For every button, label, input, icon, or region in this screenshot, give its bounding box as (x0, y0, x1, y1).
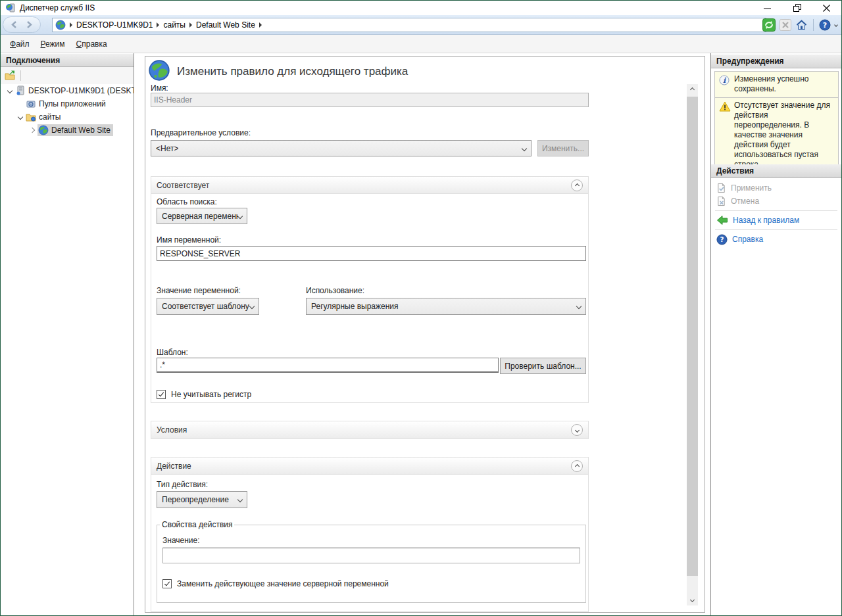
pattern-input[interactable] (157, 358, 499, 373)
expand-collapse-icon[interactable] (5, 89, 15, 93)
scope-value: Серверная переменн (162, 212, 238, 221)
minimize-button[interactable] (753, 1, 782, 15)
apply-button: Применить (711, 181, 841, 195)
cancel-label: Отмена (731, 197, 759, 206)
apply-label: Применить (731, 183, 772, 193)
breadcrumb-arrow-icon[interactable] (70, 22, 72, 28)
action-properties-legend: Свойства действия (160, 520, 234, 529)
help-icon[interactable]: ? (819, 19, 831, 31)
action-type-value: Переопределение (162, 495, 229, 504)
menu-view[interactable]: Режим (41, 39, 65, 49)
scroll-up-button[interactable] (687, 84, 698, 95)
breadcrumb-default-web-site[interactable]: Default Web Site (193, 20, 258, 30)
create-connection-icon[interactable] (5, 70, 15, 81)
match-section-header[interactable]: Соответствует (151, 177, 588, 194)
globe-icon (148, 59, 170, 82)
refresh-icon[interactable] (762, 18, 776, 32)
close-button[interactable] (812, 1, 841, 15)
precondition-select[interactable]: <Нет> (151, 140, 532, 156)
action-section: Действие Тип действия: Переопределение С… (151, 457, 589, 612)
actions-separator (715, 229, 837, 230)
expand-collapse-icon[interactable] (27, 128, 37, 132)
ignore-case-checkbox[interactable] (157, 390, 166, 399)
scroll-down-button[interactable] (687, 594, 698, 605)
collapse-section-icon[interactable] (571, 179, 583, 191)
restore-icon (793, 4, 801, 12)
help-link[interactable]: ? Справка (711, 233, 841, 246)
conditions-section: Условия (151, 421, 589, 439)
back-icon[interactable] (10, 20, 19, 29)
help-label: Справка (732, 235, 763, 244)
sites-folder-icon (26, 112, 36, 122)
edit-button-label: Изменить... (542, 144, 584, 153)
variable-value-select[interactable]: Соответствует шаблону (157, 298, 259, 315)
cancel-button: Отмена (711, 195, 841, 208)
menu-file[interactable]: Файл (10, 39, 30, 49)
tree-label-default-web-site: Default Web Site (51, 126, 111, 135)
close-icon (823, 5, 830, 12)
chevron-down-icon (522, 145, 527, 151)
tree-item-server[interactable]: DESKTOP-U1MK9D1 (DESKTOP (1, 84, 134, 97)
expand-section-icon[interactable] (571, 424, 583, 436)
alerts-title: Предупреждения (716, 57, 784, 66)
breadcrumb-arrow-icon[interactable] (189, 22, 192, 28)
restore-button[interactable] (782, 1, 812, 15)
tree-item-sites[interactable]: сайты (1, 110, 134, 124)
vertical-scrollbar[interactable] (687, 84, 698, 605)
svg-text:?: ? (720, 235, 724, 243)
breadcrumb-arrow-icon[interactable] (157, 22, 159, 28)
alerts-header: Предупреждения (711, 55, 841, 68)
home-icon[interactable] (795, 19, 808, 31)
replace-existing-checkbox[interactable] (162, 579, 172, 588)
test-pattern-button[interactable]: Проверить шаблон... (500, 358, 586, 374)
tree-item-default-web-site[interactable]: Default Web Site (1, 124, 134, 137)
breadcrumb-server[interactable]: DESKTOP-U1MK9D1 (74, 20, 155, 30)
stop-icon (780, 19, 791, 31)
tree-label-sites: сайты (39, 112, 61, 122)
warning-alert: Отсутствует значение для действия переоп… (714, 97, 839, 174)
ignore-case-row: Не учитывать регистр (157, 390, 251, 399)
collapse-section-icon[interactable] (571, 460, 583, 472)
info-alert: i Изменения успешно сохранены. (714, 71, 839, 98)
chevron-down-icon (576, 304, 582, 309)
toolbar-separator (20, 70, 21, 81)
variable-name-label: Имя переменной: (157, 235, 221, 245)
toolbar-separator (813, 19, 814, 31)
name-label: Имя: (151, 83, 168, 93)
tree-label-app-pools: Пулы приложений (39, 99, 106, 108)
back-to-rules-link[interactable]: Назад к правилам (711, 214, 841, 227)
forward-icon[interactable] (24, 20, 34, 29)
conditions-section-header[interactable]: Условия (151, 421, 588, 438)
globe-icon (38, 125, 49, 135)
action-section-title: Действие (157, 462, 191, 471)
action-section-header[interactable]: Действие (151, 458, 588, 475)
chevron-down-icon (237, 497, 243, 502)
action-type-select[interactable]: Переопределение (157, 491, 247, 508)
edit-precondition-button: Изменить... (537, 140, 589, 156)
actions-list: Применить Отмена Назад к правилам (711, 181, 841, 246)
breadcrumb-sites[interactable]: сайты (161, 20, 188, 30)
actions-header: Действия (711, 164, 841, 178)
breadcrumb-arrow-icon[interactable] (259, 22, 262, 28)
tree-item-app-pools[interactable]: Пулы приложений (1, 97, 134, 110)
address-bar[interactable]: DESKTOP-U1MK9D1 сайты Default Web Site (52, 18, 766, 32)
variable-name-input[interactable] (157, 246, 586, 261)
using-select[interactable]: Регулярные выражения (306, 298, 586, 315)
match-section: Соответствует Область поиска: Серверная … (151, 176, 589, 403)
actions-title: Действия (716, 166, 754, 176)
scope-select[interactable]: Серверная переменн (157, 208, 247, 224)
back-arrow-icon (716, 215, 728, 225)
action-value-input[interactable] (162, 548, 580, 563)
connections-pane: Подключения DESKTOP-U1MK9D1 (DESKTOP (1, 53, 134, 615)
chevron-down-icon (249, 304, 255, 309)
connections-title: Подключения (6, 56, 60, 65)
help-dropdown-icon[interactable] (834, 23, 838, 27)
menu-help[interactable]: Справка (76, 39, 107, 49)
minimize-icon (764, 5, 771, 12)
replace-existing-label: Заменить действующее значение серверной … (177, 579, 389, 588)
selected-tree-item[interactable]: Default Web Site (37, 124, 113, 136)
expand-collapse-icon[interactable] (15, 115, 26, 119)
action-properties-group: Свойства действия Значение: Заменить дей… (157, 520, 586, 603)
scrollbar-thumb[interactable] (687, 97, 698, 576)
svg-text:?: ? (823, 21, 827, 30)
